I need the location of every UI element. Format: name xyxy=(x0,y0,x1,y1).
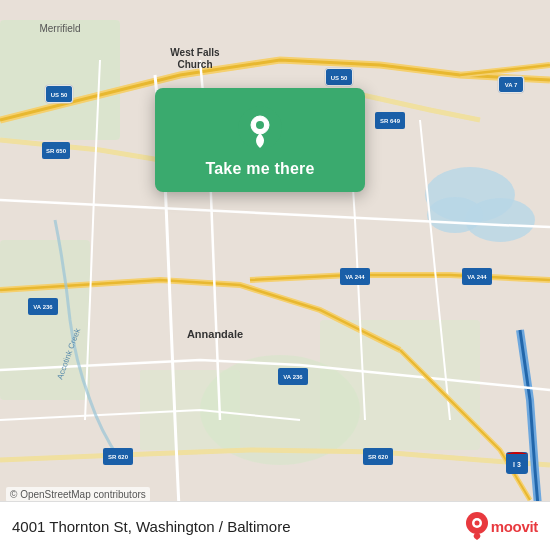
svg-text:Annandale: Annandale xyxy=(187,328,243,340)
svg-text:VA 244: VA 244 xyxy=(345,274,365,280)
take-me-there-label: Take me there xyxy=(205,160,314,178)
address-label: 4001 Thornton St, Washington / Baltimore xyxy=(12,518,291,535)
take-me-there-popup[interactable]: Take me there xyxy=(155,88,365,192)
svg-text:US 50: US 50 xyxy=(51,92,68,98)
osm-attribution: © OpenStreetMap contributors xyxy=(6,487,150,502)
svg-rect-4 xyxy=(0,240,90,400)
svg-rect-3 xyxy=(0,20,120,140)
svg-point-45 xyxy=(474,521,479,526)
svg-text:SR 650: SR 650 xyxy=(46,148,67,154)
svg-point-42 xyxy=(256,121,264,129)
svg-text:US 50: US 50 xyxy=(331,75,348,81)
svg-text:VA 236: VA 236 xyxy=(283,374,303,380)
svg-text:SR 620: SR 620 xyxy=(108,454,129,460)
svg-text:West Falls: West Falls xyxy=(170,47,220,58)
svg-text:VA 7: VA 7 xyxy=(505,82,518,88)
svg-text:VA 236: VA 236 xyxy=(33,304,53,310)
svg-text:Church: Church xyxy=(178,59,213,70)
svg-point-2 xyxy=(427,197,483,233)
svg-text:SR 649: SR 649 xyxy=(380,118,401,124)
map-container: US 50 US 50 VA 7 SR 650 SR 649 VA 236 VA… xyxy=(0,0,550,550)
moovit-logo: moovit xyxy=(466,512,538,540)
moovit-wordmark: moovit xyxy=(491,518,538,535)
location-pin-icon xyxy=(238,106,282,150)
moovit-pin-icon xyxy=(466,512,488,540)
svg-text:VA 244: VA 244 xyxy=(467,274,487,280)
map-svg: US 50 US 50 VA 7 SR 650 SR 649 VA 236 VA… xyxy=(0,0,550,550)
bottom-bar: 4001 Thornton St, Washington / Baltimore… xyxy=(0,501,550,550)
svg-text:I 3: I 3 xyxy=(513,461,521,468)
svg-text:Merrifield: Merrifield xyxy=(39,23,80,34)
svg-text:SR 620: SR 620 xyxy=(368,454,389,460)
osm-text: © OpenStreetMap contributors xyxy=(10,489,146,500)
